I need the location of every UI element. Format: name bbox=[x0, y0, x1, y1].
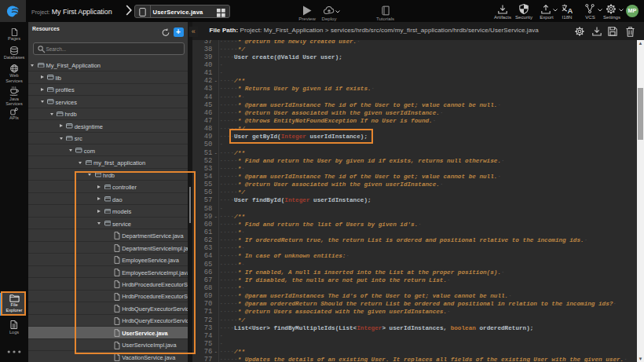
svg-text:A: A bbox=[567, 6, 573, 13]
